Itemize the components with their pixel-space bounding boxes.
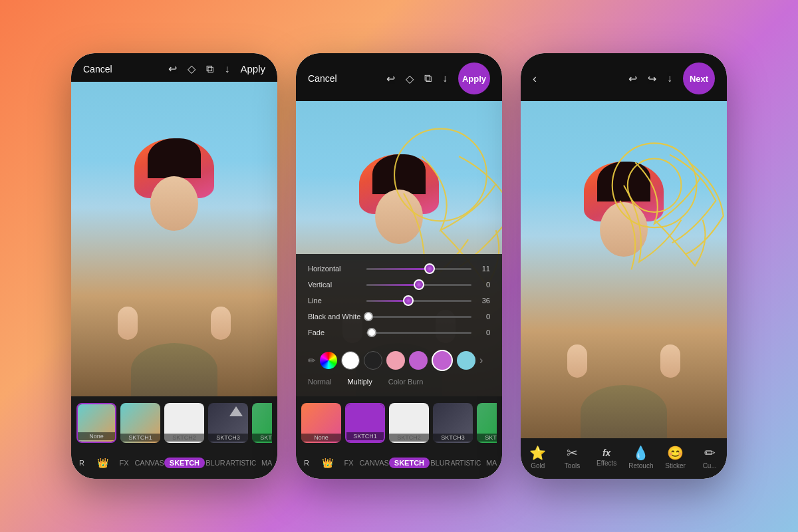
tab-artistic-2[interactable]: ARTISTIC [451,456,481,469]
slider-vertical: Vertical 0 [308,281,490,289]
image-area-2: Horizontal 11 Vertical 0 [296,101,502,396]
slider-bw-track[interactable] [366,316,471,318]
tab-artistic-1[interactable]: ARTISTIC [226,456,256,469]
tool-effects[interactable]: fx Effects [589,448,624,467]
tab-blur-1[interactable]: BLUR [205,456,226,469]
slider-fade-track[interactable] [366,332,471,334]
blend-normal[interactable]: Normal [308,378,331,386]
redo-icon-3[interactable]: ↪ [648,72,656,85]
retouch-label: Retouch [628,462,653,469]
tab-sketch-1[interactable]: SKETCH [164,455,205,471]
tab-canvas-1[interactable]: CANVAS [134,456,164,469]
tab-fx-1[interactable]: FX [114,456,135,469]
tab-ma-1[interactable]: MA [256,456,277,469]
tool-gold[interactable]: ⭐ Gold [521,445,555,469]
filter-sktch1-2[interactable]: SKTCH1 [345,403,385,443]
eraser-icon-2[interactable]: ◇ [406,72,414,85]
slider-horizontal-track[interactable] [366,268,471,270]
undo-icon-3[interactable]: ↩ [628,72,637,85]
filter-sktch1-1[interactable]: SKTCH1 [120,403,160,443]
tab-r-2[interactable]: R [296,456,317,469]
download-icon-2[interactable]: ↓ [442,72,448,84]
top-bar-1: Cancel ↩ ◇ ⧉ ↓ Apply [71,53,277,82]
cancel-button-1[interactable]: Cancel [83,64,112,74]
blend-colorburn[interactable]: Color Burn [388,378,424,386]
color-picker-row: ✏ › [308,344,490,375]
tab-canvas-2[interactable]: CANVAS [359,456,388,469]
slider-fade-value: 0 [477,329,490,336]
bottom-tabs-2: R 👑 FX CANVAS SKETCH BLUR ARTISTIC MA [296,450,502,479]
white-swatch[interactable] [341,351,360,370]
cyan-swatch[interactable] [457,351,475,370]
black-swatch[interactable] [364,351,382,370]
svg-point-0 [394,129,487,221]
redo-icon-2[interactable]: ↩ [386,72,395,85]
slider-bw: Black and White 0 [308,313,490,321]
layers-icon-2[interactable]: ⧉ [424,72,432,84]
selected-purple-swatch[interactable] [432,350,453,371]
filter-sktch4-1[interactable]: SKTCH4 [252,403,272,443]
slider-horizontal-label: Horizontal [308,265,361,273]
tool-retouch[interactable]: 💧 Retouch [624,445,658,469]
filter-sktch3-1[interactable]: SKTCH3 [208,403,248,443]
tools-label: Tools [565,462,580,469]
phone-1: Cancel ↩ ◇ ⧉ ↓ Apply [71,53,277,479]
filter-sktch4-label-2: SKTCH4 [477,434,497,442]
pink-swatch[interactable] [386,351,405,370]
tab-fx-2[interactable]: FX [338,456,360,469]
filter-sktch2-label-1: SKTCH2 [164,434,204,442]
top-bar-left-2: Cancel [308,73,337,84]
image-area-1 [71,82,277,396]
phone-2: Cancel ↩ ◇ ⧉ ↓ Apply [296,53,502,479]
filter-sktch1-label-1: SKTCH1 [120,434,160,442]
filter-sktch4-2[interactable]: SKTCH4 [477,403,497,443]
tools-icon: ✂ [555,445,590,461]
slider-line: Line 36 [308,297,490,305]
tool-cut[interactable]: ✏ Cu... [692,445,727,469]
effects-label: Effects [597,460,616,467]
slider-vertical-value: 0 [477,281,490,289]
next-button-3[interactable]: Next [683,63,715,94]
filter-none-1[interactable]: None [76,403,116,443]
tab-sketch-2[interactable]: SKETCH [389,455,430,471]
layers-icon-1[interactable]: ⧉ [206,63,213,75]
tool-tools[interactable]: ✂ Tools [555,445,590,469]
filter-sktch2-1[interactable]: SKTCH2 [164,403,204,443]
apply-button-2[interactable]: Apply [458,63,490,94]
slider-panel-2: Horizontal 11 Vertical 0 [296,254,502,396]
download-icon-1[interactable]: ↓ [224,63,229,75]
slider-vertical-track[interactable] [366,284,471,286]
redo-icon-1[interactable]: ↩ [168,63,177,75]
rainbow-swatch[interactable] [320,352,337,369]
filter-strip-2: None SKTCH1 SKTCH2 SKTCH3 SKTCH4 [296,396,502,450]
tab-blur-2[interactable]: BLUR [430,456,451,469]
slider-vertical-label: Vertical [308,281,361,289]
sketch-overlay-3 [521,101,727,438]
eyedropper-icon[interactable]: ✏ [308,355,316,366]
cancel-button-2[interactable]: Cancel [308,73,337,84]
filter-sktch2-label-2: SKTCH2 [389,434,429,442]
phone-3: ‹ ↩ ↪ ↓ Next [521,53,727,479]
more-colors-icon[interactable]: › [479,354,483,366]
filter-none-2[interactable]: None [301,403,341,443]
image-area-3 [521,101,727,438]
filter-sktch2-2[interactable]: SKTCH2 [389,403,429,443]
back-button-3[interactable]: ‹ [533,72,537,86]
apply-button-1[interactable]: Apply [240,63,265,74]
slider-line-track[interactable] [366,300,471,302]
purple-swatch[interactable] [409,351,428,370]
tab-crown-1[interactable]: 👑 [92,455,114,471]
eraser-icon-1[interactable]: ◇ [188,63,196,75]
gold-label: Gold [531,462,545,469]
blend-multiply[interactable]: Multiply [347,378,372,386]
download-icon-3[interactable]: ↓ [667,72,672,84]
tool-sticker[interactable]: 😊 Sticker [658,445,693,469]
tab-crown-2[interactable]: 👑 [317,455,338,471]
filter-sktch3-2[interactable]: SKTCH3 [433,403,473,443]
filter-sktch4-label-1: SKTCH4 [252,434,272,442]
slider-line-label: Line [308,297,361,305]
slider-bw-value: 0 [477,313,490,321]
tab-r-1[interactable]: R [71,456,92,469]
filter-strip-1: None SKTCH1 SKTCH2 SKTCH3 SKTCH4 [71,396,277,450]
tab-ma-2[interactable]: MA [481,456,502,469]
